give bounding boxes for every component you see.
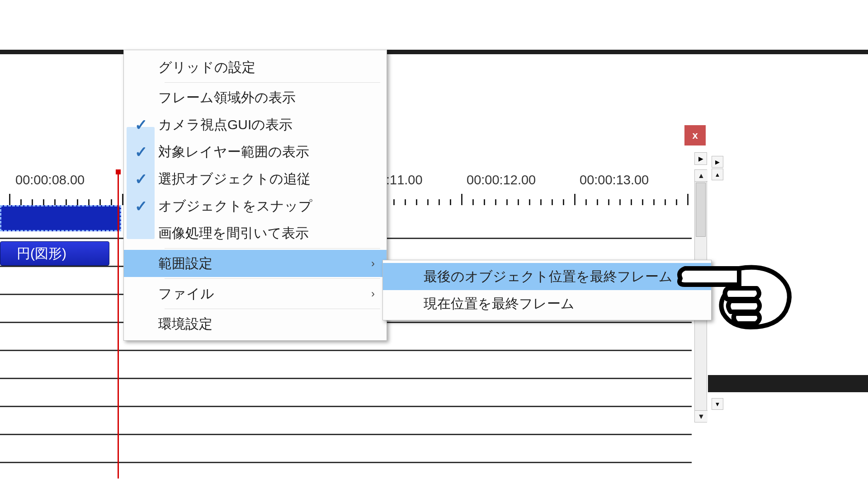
arrow-right-icon: ▶	[715, 159, 720, 165]
clip-shape[interactable]: 円(図形)	[0, 241, 109, 266]
arrow-up-icon: ▲	[715, 171, 721, 178]
app-frame: x 00:00:08.00 :11.00 00:00:12.00 00:00:1…	[0, 0, 868, 488]
time-label: :11.00	[386, 173, 423, 188]
zoom-up-button[interactable]: ▶	[712, 156, 723, 168]
zoom-end-button[interactable]: ▼	[712, 398, 723, 410]
menu-separator	[165, 278, 380, 279]
check-icon: ✓	[135, 143, 147, 161]
scroll-right-button[interactable]: ▶	[694, 152, 707, 165]
time-label: 00:00:12.00	[467, 173, 536, 188]
menu-label: オブジェクトをスナップ	[158, 197, 387, 216]
close-icon: x	[692, 130, 698, 141]
menu-label: カメラ視点GUIの表示	[158, 116, 387, 134]
menu-item-file[interactable]: ファイル ›	[124, 280, 387, 307]
check-icon: ✓	[135, 116, 147, 134]
context-menu: グリッドの設定 フレーム領域外の表示 ✓ カメラ視点GUIの表示 ✓ 対象レイヤ…	[123, 50, 387, 341]
menu-label: 最後のオブジェクト位置を最終フレーム	[424, 267, 673, 286]
menu-label: 対象レイヤー範囲の表示	[158, 143, 387, 161]
arrow-down-icon: ▼	[698, 413, 705, 421]
arrow-up-icon: ▲	[698, 172, 705, 180]
menu-label: グリッドの設定	[158, 58, 387, 77]
menu-item-show-target-layer-range[interactable]: ✓ 対象レイヤー範囲の表示	[124, 138, 387, 165]
menu-label: 選択オブジェクトの追従	[158, 170, 387, 188]
track-row[interactable]	[0, 407, 692, 435]
zoom-down-button[interactable]: ▲	[712, 169, 723, 180]
scrollbar-thumb[interactable]	[696, 183, 706, 237]
track-row[interactable]	[0, 379, 692, 407]
menu-item-snap-object[interactable]: ✓ オブジェクトをスナップ	[124, 192, 387, 220]
clip-label: 円(図形)	[17, 244, 66, 263]
menu-label: フレーム領域外の表示	[158, 89, 387, 107]
menu-item-grid-settings[interactable]: グリッドの設定	[124, 54, 387, 81]
bottom-bar	[708, 375, 868, 392]
playhead-line[interactable]	[118, 171, 119, 479]
scroll-down-button[interactable]: ▼	[695, 410, 708, 422]
scroll-up-button[interactable]: ▲	[695, 170, 708, 182]
menu-separator	[165, 248, 380, 249]
menu-item-show-outside-frame[interactable]: フレーム領域外の表示	[124, 84, 387, 111]
check-icon: ✓	[135, 170, 147, 188]
context-submenu-range-settings: 最後のオブジェクト位置を最終フレーム 現在位置を最終フレーム	[382, 260, 712, 320]
pointing-hand-icon	[674, 260, 800, 333]
time-label: 00:00:08.00	[15, 173, 85, 188]
menu-item-preferences[interactable]: 環境設定	[124, 310, 387, 338]
menu-item-range-settings[interactable]: 範囲設定 ›	[124, 250, 387, 277]
clip-selected[interactable]	[0, 205, 121, 231]
menu-separator	[165, 82, 380, 83]
menu-item-follow-selected-object[interactable]: ✓ 選択オブジェクトの追従	[124, 165, 387, 192]
submenu-item-last-object-to-final-frame[interactable]: 最後のオブジェクト位置を最終フレーム	[383, 263, 711, 290]
close-button[interactable]: x	[684, 125, 706, 145]
menu-item-show-camera-gui[interactable]: ✓ カメラ視点GUIの表示	[124, 111, 387, 138]
arrow-right-icon: ▶	[698, 155, 703, 162]
menu-label: 範囲設定	[158, 254, 371, 273]
arrow-down-icon: ▼	[715, 401, 721, 408]
time-label: 00:00:13.00	[580, 173, 649, 188]
menu-label: ファイル	[158, 285, 371, 303]
menu-label: 現在位置を最終フレーム	[424, 295, 575, 313]
track-row[interactable]	[0, 351, 692, 379]
menu-label: 画像処理を間引いて表示	[158, 224, 387, 243]
check-icon: ✓	[135, 197, 147, 215]
menu-item-decimated-image-processing[interactable]: 画像処理を間引いて表示	[124, 220, 387, 247]
submenu-item-current-position-to-final-frame[interactable]: 現在位置を最終フレーム	[383, 290, 711, 317]
menu-separator	[165, 309, 380, 309]
track-row[interactable]	[0, 435, 692, 463]
menu-label: 環境設定	[158, 315, 387, 333]
